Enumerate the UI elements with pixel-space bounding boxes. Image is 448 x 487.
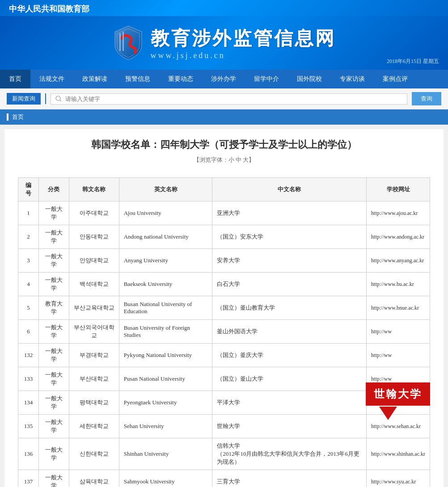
table-row: 5教育大学부산교육대학교Busan National University of… — [18, 296, 430, 320]
cell-korean: 아주대학교 — [69, 202, 119, 225]
nav-item-政策解读[interactable]: 政策解读 — [73, 70, 116, 88]
site-url: www.jsj.edu.cn — [151, 51, 336, 60]
cell-type: 一般大学 — [39, 415, 69, 438]
nav-item-首页[interactable]: 首页 — [0, 70, 30, 88]
cell-korean: 평택대학교 — [69, 391, 119, 415]
svg-rect-0 — [119, 33, 121, 51]
cell-english: Ajou University — [119, 202, 212, 225]
cell-id: 134 — [18, 391, 39, 415]
cell-english: Andong national University — [119, 225, 212, 249]
search-button[interactable]: 查询 — [412, 92, 441, 105]
breadcrumb-bar: 首页 — [0, 109, 448, 125]
nav-item-涉外办学[interactable]: 涉外办学 — [202, 70, 245, 88]
cell-type: 一般大学 — [39, 320, 69, 344]
cell-id: 6 — [18, 320, 39, 344]
schools-table: 编号 分类 韩文名称 英文名称 中文名称 学校网址 1一般大学아주대학교Ajou… — [18, 177, 430, 487]
svg-line-3 — [60, 100, 61, 101]
font-size-bar: 【浏览字体：小 中 大】 — [18, 156, 430, 164]
cell-chinese: 三育大学 — [212, 470, 367, 487]
nav-item-重要动态[interactable]: 重要动态 — [159, 70, 202, 88]
cell-id: 133 — [18, 367, 39, 391]
font-large-btn[interactable]: 大 — [243, 156, 249, 163]
cell-type: 一般大学 — [39, 225, 69, 249]
cell-url[interactable]: http://www.shinhan.ac.kr — [367, 438, 430, 470]
col-type: 分类 — [39, 178, 69, 202]
nav-item-专家访谈[interactable]: 专家访谈 — [331, 70, 374, 88]
header-title-area: 教育涉外监管信息网 www.jsj.edu.cn — [151, 26, 336, 60]
cell-url[interactable]: http://www.bu.ac.kr — [367, 273, 430, 296]
nav-bar: 首页法规文件政策解读预警信息重要动态涉外办学留学中介国外院校专家访谈案例点评 — [0, 70, 448, 88]
cell-english: Sehan University — [119, 415, 212, 438]
annotation-label: 世翰大学 — [366, 382, 430, 406]
cell-chinese: 世翰大学 — [212, 415, 367, 438]
cell-korean: 부산외국어대학교 — [69, 320, 119, 344]
cell-chinese: （国立）釜山教育大学 — [212, 296, 367, 320]
cell-english: Busan University of Foreign Studies — [119, 320, 212, 344]
cell-type: 一般大学 — [39, 249, 69, 273]
table-row: 6一般大学부산외국어대학교Busan University of Foreign… — [18, 320, 430, 344]
cell-english: Shinhan University — [119, 438, 212, 470]
cell-url[interactable]: http://ww — [367, 320, 430, 344]
cell-type: 一般大学 — [39, 273, 69, 296]
cell-url[interactable]: http://www.andong.ac.kr — [367, 225, 430, 249]
col-english: 英文名称 — [119, 178, 212, 202]
cell-chinese: （国立）安东大学 — [212, 225, 367, 249]
table-row: 4一般大学백석대학교Baekseok University白石大学http://… — [18, 273, 430, 296]
svg-point-2 — [56, 96, 60, 101]
cell-url[interactable]: http://www.bnue.ac.kr — [367, 296, 430, 320]
cell-english: Pykyong National University — [119, 344, 212, 367]
table-row: 3一般大学안양대학교Anyang University安养大学http://ww… — [18, 249, 430, 273]
table-row: 136一般大学신한대학교Shinhan University信韩大学 （2012… — [18, 438, 430, 470]
table-container: 编号 分类 韩文名称 英文名称 中文名称 学校网址 1一般大学아주대학교Ajou… — [18, 177, 430, 487]
breadcrumb-icon — [7, 113, 8, 121]
cell-english: Busan National University of Education — [119, 296, 212, 320]
main-content: 韩国学校名单：四年制大学（可授予学士及学士以上的学位） 【浏览字体：小 中 大】… — [4, 129, 444, 487]
page-title: 韩国学校名单：四年制大学（可授予学士及学士以上的学位） — [18, 138, 430, 151]
logo-icon — [113, 25, 144, 61]
cell-id: 1 — [18, 202, 39, 225]
search-label: 新闻查询 — [7, 93, 41, 105]
cell-type: 一般大学 — [39, 438, 69, 470]
cell-id: 132 — [18, 344, 39, 367]
cell-korean: 부산교육대학교 — [69, 296, 119, 320]
col-id: 编号 — [18, 178, 39, 202]
cell-english: Baekseok University — [119, 273, 212, 296]
cell-id: 5 — [18, 296, 39, 320]
cell-korean: 부산대학교 — [69, 367, 119, 391]
header-ministry: 中华人民共和国教育部 — [0, 0, 448, 16]
cell-type: 教育大学 — [39, 296, 69, 320]
font-small-btn[interactable]: 小 — [228, 156, 234, 163]
cell-chinese: （国立）釜山大学 — [212, 367, 367, 391]
cell-url[interactable]: http://www.syu.ac.kr — [367, 470, 430, 487]
cell-type: 一般大学 — [39, 391, 69, 415]
cell-english: Pyeongtaek University — [119, 391, 212, 415]
cell-url[interactable]: http://www.ajou.ac.kr — [367, 202, 430, 225]
breadcrumb-home[interactable]: 首页 — [12, 113, 24, 121]
cell-id: 136 — [18, 438, 39, 470]
cell-english: Anyang University — [119, 249, 212, 273]
nav-item-留学中介[interactable]: 留学中介 — [245, 70, 288, 88]
cell-korean: 부경대학교 — [69, 344, 119, 367]
nav-item-案例点评[interactable]: 案例点评 — [374, 70, 417, 88]
cell-chinese: 亚洲大学 — [212, 202, 367, 225]
cell-english: Pusan National University — [119, 367, 212, 391]
annotation-overlay: 世翰大学 — [366, 382, 430, 420]
table-row: 2一般大学안동대학교Andong national University（国立）… — [18, 225, 430, 249]
table-header-row: 编号 分类 韩文名称 英文名称 中文名称 学校网址 — [18, 178, 430, 202]
font-medium-btn[interactable]: 中 — [236, 156, 241, 163]
search-input-wrap[interactable] — [51, 93, 407, 105]
table-row: 1一般大学아주대학교Ajou University亚洲大学http://www.… — [18, 202, 430, 225]
nav-item-法规文件[interactable]: 法规文件 — [30, 70, 73, 88]
cell-chinese: 釜山外国语大学 — [212, 320, 367, 344]
search-bar: 新闻查询 查询 — [0, 88, 448, 109]
cell-url[interactable]: http://www.anyang.ac.kr — [367, 249, 430, 273]
nav-item-预警信息[interactable]: 预警信息 — [116, 70, 159, 88]
col-url: 学校网址 — [367, 178, 430, 202]
cell-korean: 세한대학교 — [69, 415, 119, 438]
col-chinese: 中文名称 — [212, 178, 367, 202]
cell-url[interactable]: http://ww — [367, 344, 430, 367]
search-input[interactable] — [65, 96, 402, 102]
nav-item-国外院校[interactable]: 国外院校 — [288, 70, 331, 88]
cell-korean: 안양대학교 — [69, 249, 119, 273]
cell-id: 4 — [18, 273, 39, 296]
